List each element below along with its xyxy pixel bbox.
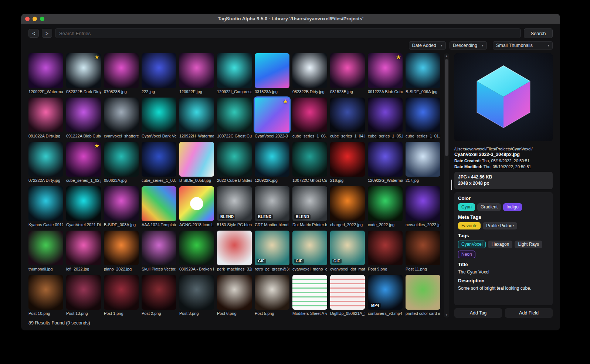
grid-scroll-area[interactable]: 120922F_Watermark.jpg★082322B Dark Dirty… [28,53,442,318]
grid-item[interactable]: Post 5.png [255,275,289,316]
grid-item[interactable]: ★091222A Blob Cube.jpg [368,53,403,94]
grid-item[interactable]: 222.jpg [142,53,176,94]
thumbnail[interactable] [142,275,176,310]
grid-item[interactable]: charged_2022.jpg [330,186,365,227]
thumbnail[interactable] [104,275,139,310]
thumbnail[interactable]: ★ [66,53,101,88]
add-field-button[interactable]: Add Field [505,308,553,318]
thumbnail[interactable] [368,142,403,177]
thumbnail-size-dropdown[interactable]: Small Thumbnails ▾ [493,41,553,50]
thumbnail[interactable] [330,142,365,177]
thumbnail[interactable] [406,186,440,221]
grid-item[interactable]: DigItUp_050621A_Sheet.png [330,275,365,316]
thumbnail[interactable] [142,98,176,132]
panel-resize-handle[interactable] [451,180,452,190]
thumbnail[interactable] [330,53,365,88]
grid-item[interactable]: ★cube_series_1_02.jpg [66,142,101,183]
tag-pill[interactable]: Neon [458,251,475,258]
preview-resize-dots[interactable]: ······ [454,142,553,146]
tag-pill[interactable]: Cyan [458,203,475,211]
thumbnail[interactable] [142,142,176,177]
grid-item[interactable]: 120922E.jpg [179,53,214,94]
thumbnail[interactable] [104,53,139,88]
thumbnail[interactable] [368,98,403,132]
thumbnail[interactable] [179,275,214,310]
grid-item[interactable]: 072222A Dirty.jpg [28,142,63,183]
thumbnail[interactable] [66,186,101,221]
back-button[interactable]: < [28,29,39,38]
grid-item[interactable]: cube_series_1_05.jpg [368,98,403,138]
grid-item[interactable]: B-SIDE_006A.jpg [406,53,440,94]
thumbnail[interactable]: BLEND [217,186,252,221]
tag-pill[interactable]: Light Rays [515,241,542,248]
scroll-down-icon[interactable]: ▼ [444,313,449,317]
grid-item[interactable]: perk_machines_32px.png [217,231,252,271]
grid-item[interactable]: 031523A.jpg [255,53,289,94]
thumbnail[interactable] [217,98,252,132]
thumbnail[interactable] [292,142,327,177]
thumbnail[interactable] [406,142,440,177]
thumbnail[interactable] [179,142,214,177]
grid-item[interactable]: CyanVoxel 2021 Display.jpg [66,186,101,227]
grid-item[interactable]: code_2022.jpg [368,186,403,227]
grid-item[interactable]: printed color card img.png [406,275,440,316]
search-button[interactable]: Search [524,28,553,38]
grid-item[interactable]: ★CyanVoxel 2022-3_2048px.jpg [255,98,289,138]
grid-item[interactable]: 120922H_Watermark.jpg [179,98,214,138]
thumbnail[interactable] [28,231,63,265]
grid-item[interactable]: cube_series_1_03.jpg [142,142,176,183]
grid-item[interactable]: 050623A.jpg [104,142,139,183]
thumbnail[interactable] [406,98,440,132]
grid-item[interactable]: 120922K.jpg [255,142,289,183]
tag-pill[interactable]: Hexagon [488,241,512,248]
forward-button[interactable]: > [42,29,52,38]
tag-pill[interactable]: Gradient [477,203,501,211]
grid-item[interactable]: Post 10.png [28,275,63,316]
thumbnail[interactable]: ★ [66,142,101,177]
thumbnail[interactable] [179,186,214,221]
thumbnail[interactable] [179,231,214,265]
grid-item[interactable]: BLEND5150 Style PC.blend [217,186,252,227]
grid-item[interactable]: cyanvoxel_shattered.jpg [104,98,139,138]
thumbnail[interactable] [255,142,289,177]
grid-item[interactable]: piano_2022.jpg [104,231,139,271]
sort-direction-dropdown[interactable]: Descending ▾ [450,41,487,50]
thumbnail[interactable] [179,98,214,132]
sort-field-dropdown[interactable]: Date Added ▾ [409,41,446,50]
thumbnail[interactable] [292,275,327,310]
grid-item[interactable]: 031523B.jpg [330,53,365,94]
grid-item[interactable]: 120922G_Watermark.jpg [368,142,403,183]
search-input[interactable] [55,28,521,38]
thumbnail[interactable] [406,275,440,310]
tag-pill[interactable]: Indigo [503,203,522,211]
grid-item[interactable]: 081022A Dirty.jpg [28,98,63,138]
grid-item[interactable]: B-SIDE_005B.jpg [179,142,214,183]
grid-item[interactable]: Post 2.png [142,275,176,316]
grid-item[interactable]: Post 6.png [217,275,252,316]
grid-item[interactable]: 100722C Ghost Cube.jpg [292,142,327,183]
tag-pill[interactable]: Profile Picture [483,222,517,230]
titlebar[interactable]: TagStudio Alpha 9.5.0 - Library '/Users/… [21,14,560,24]
grid-item[interactable]: lofi_2022.jpg [66,231,101,271]
tag-pill[interactable]: Favorite [458,222,481,230]
grid-item[interactable]: BLENDDot Matrix Printer.blend [292,186,327,227]
grid-item[interactable]: Post 3.png [179,275,214,316]
grid-item[interactable]: 070823B.jpg [104,53,139,94]
thumbnail[interactable] [330,98,365,132]
grid-item[interactable]: GIFcyanvoxel_mono_crt.gif [292,231,327,271]
thumbnail[interactable] [406,53,440,88]
grid-item[interactable]: 082322B Dirty.jpg [292,53,327,94]
grid-item[interactable]: AGNC-2018 Icon Logo.png [179,186,214,227]
grid-item[interactable]: 091222A Blob Cube.jpg [66,98,101,138]
grid-item[interactable]: 216.jpg [330,142,365,183]
grid-item[interactable]: thumbnail.jpg [28,231,63,271]
thumbnail[interactable] [66,231,101,265]
thumbnail[interactable] [28,142,63,177]
grid-item[interactable]: 2022 Cube B-Sides.jpg [217,142,252,183]
grid-item[interactable]: Skull Plates Vector.png [142,231,176,271]
add-tag-button[interactable]: Add Tag [454,308,502,318]
thumbnail[interactable] [142,231,176,265]
thumbnail[interactable]: MP4 [368,275,403,310]
scroll-up-icon[interactable]: ▲ [444,54,449,58]
thumbnail[interactable] [142,186,176,221]
